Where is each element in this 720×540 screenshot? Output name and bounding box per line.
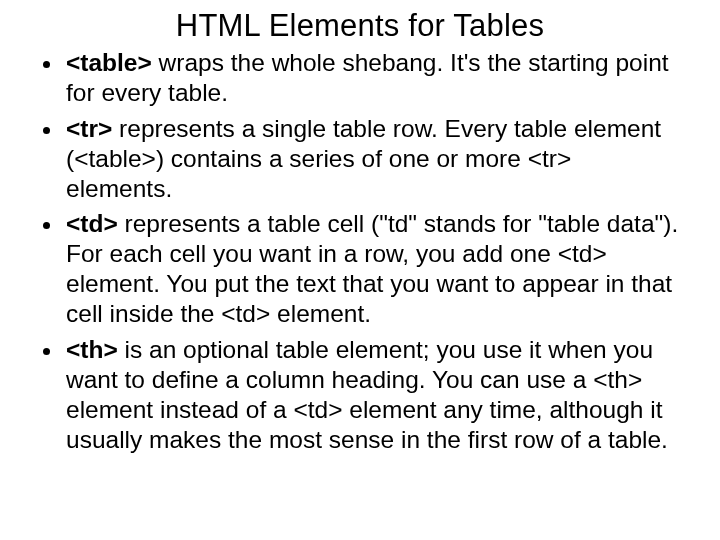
tag-bold: <table> (66, 49, 152, 76)
list-item: <td> represents a table cell ("td" stand… (64, 209, 684, 329)
list-item: <table> wraps the whole shebang. It's th… (64, 48, 684, 108)
slide-title: HTML Elements for Tables (36, 8, 684, 44)
bullet-text: represents a table cell ("td" stands for… (66, 210, 678, 327)
bullet-text: wraps the whole shebang. It's the starti… (66, 49, 669, 106)
tag-bold: <tr> (66, 115, 112, 142)
bullet-text: represents a single table row. Every tab… (66, 115, 661, 202)
list-item: <th> is an optional table element; you u… (64, 335, 684, 455)
tag-bold: <th> (66, 336, 118, 363)
bullet-list: <table> wraps the whole shebang. It's th… (36, 48, 684, 454)
bullet-text: is an optional table element; you use it… (66, 336, 668, 453)
list-item: <tr> represents a single table row. Ever… (64, 114, 684, 204)
slide: HTML Elements for Tables <table> wraps t… (0, 0, 720, 540)
tag-bold: <td> (66, 210, 118, 237)
